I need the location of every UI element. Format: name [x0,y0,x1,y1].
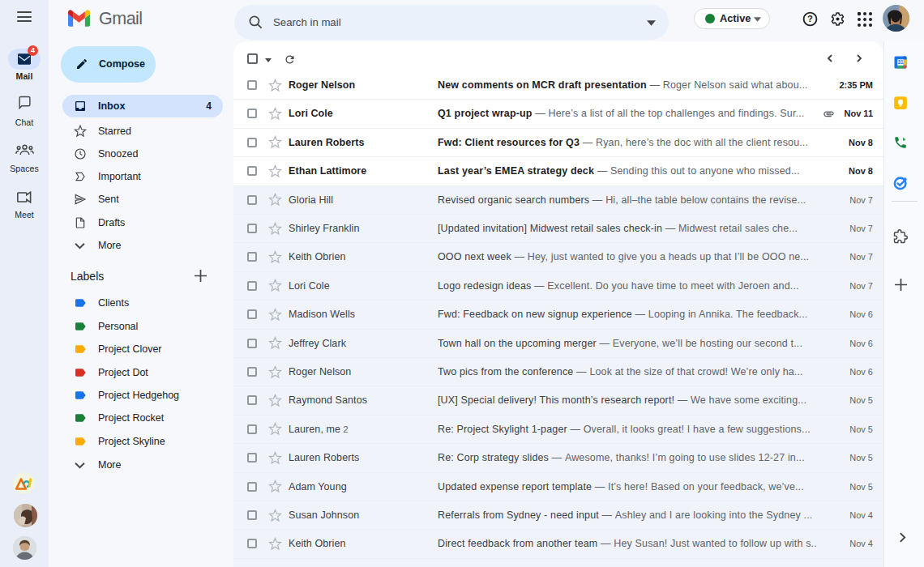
svg-text:31: 31 [897,59,904,65]
svg-text:?: ? [807,14,813,23]
